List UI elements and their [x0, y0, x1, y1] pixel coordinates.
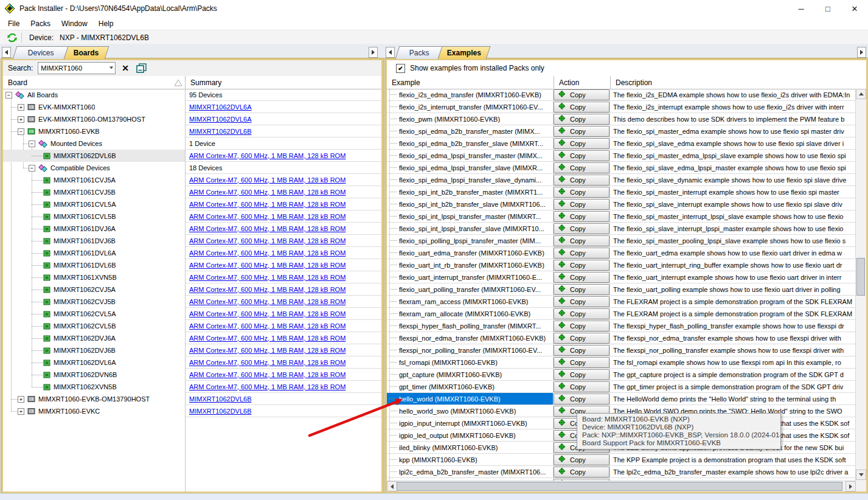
- board-tree-row[interactable]: MIMXRT1061XVN5B: [3, 271, 185, 283]
- tab-examples[interactable]: Examples: [438, 46, 491, 59]
- tab-devices[interactable]: Devices: [13, 46, 69, 59]
- example-cell[interactable]: flexspi_nor_edma_transfer (MIMXRT1060-EV…: [387, 332, 554, 344]
- example-row[interactable]: flexio_uart_polling_transfer (MIMXRT1060…: [387, 283, 855, 296]
- copy-button[interactable]: Copy: [554, 235, 609, 246]
- copy-button[interactable]: Copy: [554, 381, 609, 392]
- copy-button[interactable]: Copy: [554, 284, 609, 295]
- example-cell[interactable]: flexio_i2s_edma_transfer (MIMXRT1060-EVK…: [387, 89, 554, 100]
- summary-link[interactable]: ARM Cortex-M7, 600 MHz, 1 MB RAM, 128 kB…: [189, 213, 345, 220]
- board-tree-row[interactable]: MIMXRT1062DVL6A: [3, 356, 185, 369]
- installed-packs-checkbox[interactable]: ✔: [396, 64, 405, 73]
- copy-button[interactable]: Copy: [554, 126, 609, 137]
- example-cell[interactable]: flexio_uart_edma_transfer (MIMXRT1060-EV…: [387, 247, 554, 259]
- summary-link[interactable]: MIMXRT1062DVL6A: [189, 116, 252, 123]
- board-tree-row[interactable]: MIMXRT1062XVN5B: [3, 381, 185, 393]
- summary-link[interactable]: ARM Cortex-M7, 600 MHz, 1 MB RAM, 128 kB…: [189, 310, 345, 318]
- expand-toggle-icon[interactable]: −: [5, 92, 12, 99]
- copy-button[interactable]: Copy: [554, 357, 609, 368]
- example-cell[interactable]: flexio_uart_interrupt_transfer (MIMXRT10…: [387, 271, 554, 283]
- example-row[interactable]: flexio_uart_int_rb_transfer (MIMXRT1060-…: [387, 259, 855, 271]
- board-tree-row[interactable]: MIMXRT1061DVL6B: [3, 259, 185, 271]
- summary-link[interactable]: ARM Cortex-M7, 600 MHz, 1 MB RAM, 128 kB…: [189, 176, 345, 184]
- summary-link[interactable]: MIMXRT1062DVL6A: [189, 103, 252, 111]
- menu-item-packs[interactable]: Packs: [25, 18, 56, 29]
- summary-link[interactable]: ARM Cortex-M7, 600 MHz, 1 MB RAM, 128 kB…: [189, 201, 345, 208]
- example-row[interactable]: flexio_uart_interrupt_transfer (MIMXRT10…: [387, 271, 855, 283]
- board-tree-row[interactable]: MIMXRT1061CVL5A: [3, 198, 185, 210]
- example-cell[interactable]: gpt_timer (MIMXRT1060-EVKB): [387, 381, 554, 392]
- summary-link[interactable]: MIMXRT1062DVL6B: [189, 128, 252, 135]
- example-row[interactable]: flexio_spi_int_b2b_transfer_slave (MIMXR…: [387, 198, 855, 210]
- board-tree-row[interactable]: −Compatible Devices: [3, 162, 185, 174]
- example-cell[interactable]: flexio_spi_int_lpspi_transfer_master (MI…: [387, 210, 554, 222]
- tab-packs[interactable]: Packs: [395, 46, 443, 59]
- example-row[interactable]: flexio_spi_edma_b2b_transfer_master (MIM…: [387, 125, 855, 137]
- menu-item-file[interactable]: File: [2, 18, 25, 29]
- example-cell[interactable]: flexio_i2s_interrupt_transfer (MIMXRT106…: [387, 101, 554, 113]
- example-cell[interactable]: flexio_spi_edma_b2b_transfer_slave (MIMX…: [387, 137, 554, 149]
- summary-link[interactable]: ARM Cortex-M7, 600 MHz, 1 MB RAM, 128 kB…: [189, 322, 345, 330]
- sort-indicator-icon[interactable]: [173, 78, 183, 86]
- board-tree-row[interactable]: MIMXRT1061CVL5B: [3, 210, 185, 223]
- example-cell[interactable]: flexio_spi_edma_b2b_transfer_master (MIM…: [387, 125, 554, 137]
- copy-button[interactable]: Copy: [554, 114, 609, 125]
- expand-toggle-icon[interactable]: +: [18, 408, 24, 415]
- copy-button[interactable]: Copy: [554, 248, 609, 259]
- tab-scroll-left-icon[interactable]: [386, 47, 395, 58]
- example-cell[interactable]: flexram_ram_allocate (MIMXRT1060-EVKB): [387, 308, 554, 319]
- example-cell[interactable]: flexspi_nor_polling_transfer (MIMXRT1060…: [387, 344, 554, 356]
- example-row[interactable]: flexio_pwm (MIMXRT1060-EVKB)CopyThis dem…: [387, 113, 855, 125]
- expand-toggle-icon[interactable]: −: [29, 141, 35, 147]
- search-input[interactable]: MIMXRT1060: [38, 62, 116, 74]
- board-tree-row[interactable]: MIMXRT1062CVL5A: [3, 308, 185, 320]
- example-row[interactable]: gpt_capture (MIMXRT1060-EVKB)CopyThe gpt…: [387, 369, 855, 381]
- expand-toggle-icon[interactable]: +: [18, 104, 24, 111]
- menu-item-window[interactable]: Window: [56, 18, 93, 29]
- example-cell[interactable]: flexio_spi_edma_lpspi_transfer_slave_dyn…: [387, 174, 554, 186]
- example-cell[interactable]: flexio_pwm (MIMXRT1060-EVKB): [387, 113, 554, 125]
- example-cell[interactable]: flexspi_hyper_flash_polling_transfer (MI…: [387, 320, 554, 332]
- example-row[interactable]: flexspi_nor_polling_transfer (MIMXRT1060…: [387, 344, 855, 356]
- example-row[interactable]: hello_world (MIMXRT1060-EVKB)CopyThe Hel…: [387, 393, 855, 405]
- tab-scroll-right-icon[interactable]: [369, 47, 378, 58]
- copy-button[interactable]: Copy: [554, 102, 609, 113]
- copy-button[interactable]: Copy: [554, 138, 609, 149]
- example-row[interactable]: flexio_spi_int_b2b_transfer_master (MIMX…: [387, 186, 855, 198]
- example-row[interactable]: flexram_ram_allocate (MIMXRT1060-EVKB)Co…: [387, 308, 855, 320]
- board-tree-row[interactable]: −Mounted Devices: [3, 137, 185, 150]
- copy-button[interactable]: Copy: [554, 187, 609, 198]
- summary-column-header[interactable]: Summary: [185, 76, 381, 89]
- copy-button[interactable]: Copy: [554, 211, 609, 222]
- example-cell[interactable]: flexio_spi_int_lpspi_transfer_slave (MIM…: [387, 223, 554, 234]
- example-cell[interactable]: flexio_uart_polling_transfer (MIMXRT1060…: [387, 283, 554, 295]
- copy-button[interactable]: Copy: [554, 321, 609, 332]
- summary-link[interactable]: MIMXRT1062DVL6B: [189, 395, 252, 403]
- example-row[interactable]: flexio_spi_edma_b2b_transfer_slave (MIMX…: [387, 137, 855, 150]
- board-tree-row[interactable]: +MIMXRT1060-EVKC: [3, 405, 185, 417]
- expand-toggle-icon[interactable]: +: [18, 116, 24, 123]
- board-tree-row[interactable]: −MIMXRT1060-EVKB: [3, 125, 185, 137]
- scroll-up-icon[interactable]: [856, 89, 866, 99]
- board-tree-row[interactable]: MIMXRT1062CVJ5B: [3, 296, 185, 308]
- example-row[interactable]: flexio_uart_edma_transfer (MIMXRT1060-EV…: [387, 247, 855, 259]
- example-row[interactable]: flexio_spi_polling_lpspi_transfer_master…: [387, 235, 855, 247]
- tab-scroll-right-icon[interactable]: [857, 47, 866, 58]
- combo-dropdown-icon[interactable]: [109, 67, 113, 69]
- refresh-icon[interactable]: [5, 32, 19, 44]
- copy-button[interactable]: Copy: [554, 272, 609, 283]
- copy-button[interactable]: Copy: [554, 345, 609, 356]
- board-tree-row[interactable]: MIMXRT1061DVL6A: [3, 247, 185, 259]
- summary-link[interactable]: ARM Cortex-M7, 600 MHz, 1 MB RAM, 128 kB…: [189, 359, 345, 366]
- example-cell[interactable]: igpio_input_interrupt (MIMXRT1060-EVKB): [387, 417, 554, 429]
- board-tree-row[interactable]: +EVK-MIMXRT1060: [3, 101, 185, 113]
- board-tree-row[interactable]: MIMXRT1061CVJ5A: [3, 174, 185, 186]
- example-row[interactable]: flexio_i2s_interrupt_transfer (MIMXRT106…: [387, 101, 855, 113]
- maximize-button[interactable]: □: [814, 0, 841, 17]
- board-tree-row[interactable]: MIMXRT1062DVN6B: [3, 369, 185, 381]
- copy-button[interactable]: Copy: [554, 260, 609, 271]
- example-cell[interactable]: flexio_spi_polling_lpspi_transfer_master…: [387, 235, 554, 246]
- example-cell[interactable]: hello_world_swo (MIMXRT1060-EVKB): [387, 405, 554, 417]
- summary-link[interactable]: ARM Cortex-M7, 600 MHz, 1 MB RAM, 128 kB…: [189, 383, 345, 391]
- example-cell[interactable]: flexio_spi_edma_lpspi_transfer_master (M…: [387, 150, 554, 161]
- board-tree-row[interactable]: +MIMXRT1060-EVKB-OM13790HOST: [3, 393, 185, 405]
